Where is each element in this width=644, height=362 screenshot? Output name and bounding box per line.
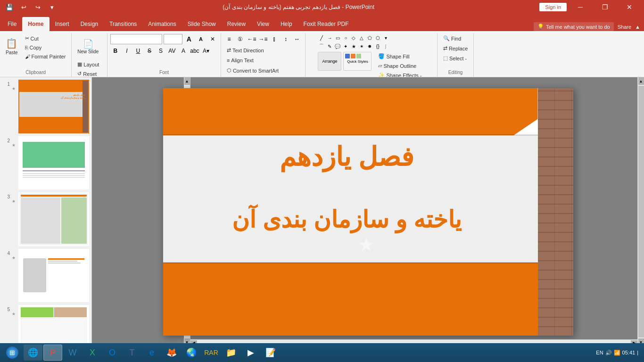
taskbar-media[interactable]: ▶ — [241, 345, 260, 361]
share-button[interactable]: Share — [618, 24, 631, 30]
taskbar-excel[interactable]: X — [83, 345, 102, 361]
text-highlight-button[interactable]: abc — [190, 46, 200, 56]
bullets-button[interactable]: ≡ — [224, 34, 234, 44]
canvas-vscrollbar[interactable]: ▲ ▼ — [637, 77, 644, 346]
taskbar-word[interactable]: W — [63, 345, 82, 361]
tray-volume-icon[interactable]: 🔊 — [605, 350, 612, 356]
shape-effects-button[interactable]: ✨ Shape Effects - — [375, 71, 424, 77]
shape-bracket[interactable]: {} — [374, 42, 381, 50]
font-name-input[interactable] — [110, 34, 162, 44]
tab-design[interactable]: Design — [75, 17, 104, 31]
font-color-button[interactable]: A — [178, 46, 189, 56]
shape-rect[interactable]: ▭ — [334, 34, 341, 41]
underline-button[interactable]: U — [133, 46, 143, 56]
quick-styles-button[interactable]: Quick Styles — [343, 52, 372, 71]
taskbar-outlook[interactable]: O — [103, 345, 122, 361]
tray-show-desktop[interactable]: | — [637, 350, 638, 355]
select-button[interactable]: ⬚ Select - — [440, 54, 470, 63]
char-spacing-button[interactable]: AV — [167, 46, 177, 56]
tab-slideshow[interactable]: Slide Show — [182, 17, 222, 31]
undo-qat-button[interactable]: ↩ — [18, 1, 29, 13]
slide-title-line1[interactable]: فصل یازدهم — [163, 140, 531, 174]
clear-formatting-button[interactable]: ✕ — [207, 34, 218, 44]
restore-button[interactable]: ❐ — [594, 0, 616, 14]
shape-star4[interactable]: ✦ — [342, 42, 349, 50]
shadow-button[interactable]: S — [156, 46, 166, 56]
numbering-button[interactable]: ① — [235, 34, 246, 44]
slide-thumb-3[interactable] — [18, 192, 89, 246]
taskbar-ppt[interactable]: P — [43, 345, 62, 361]
taskbar-winrar[interactable]: RAR — [202, 345, 221, 361]
decrease-indent-button[interactable]: ←≡ — [247, 34, 257, 44]
italic-button[interactable]: I — [122, 46, 132, 56]
strikethrough-button[interactable]: S — [144, 46, 155, 56]
align-text-button[interactable]: ≡ Align Text — [224, 56, 256, 65]
new-slide-button[interactable]: 📄 New Slide — [74, 34, 101, 58]
shape-star6[interactable]: ✶ — [358, 42, 365, 50]
taskbar-firefox[interactable]: 🦊 — [162, 345, 181, 361]
save-qat-button[interactable]: 💾 — [4, 1, 15, 13]
shape-star8[interactable]: ✸ — [366, 42, 373, 50]
shape-oval[interactable]: ○ — [342, 34, 349, 41]
shape-line[interactable]: ╱ — [318, 34, 325, 41]
arrange-button[interactable]: Arrange — [318, 52, 341, 71]
minimize-button[interactable]: ─ — [570, 0, 591, 14]
slides-scroll-up[interactable]: ▲ — [184, 77, 190, 85]
replace-button[interactable]: ⇄ Replace — [440, 44, 471, 53]
bold-button[interactable]: B — [110, 46, 121, 56]
copy-button[interactable]: ⎘ Copy — [22, 43, 69, 52]
shape-hex[interactable]: ⬡ — [374, 34, 381, 41]
line-spacing-button[interactable]: ↕ — [281, 34, 291, 44]
shape-brace[interactable]: ⎰ — [382, 42, 389, 50]
start-button[interactable]: ⊞ — [2, 345, 23, 361]
layout-button[interactable]: ▦ Layout — [74, 60, 104, 69]
ribbon-collapse-button[interactable]: ▲ — [635, 24, 640, 30]
slide-thumb-2[interactable] — [18, 136, 89, 190]
increase-indent-button[interactable]: →≡ — [258, 34, 268, 44]
decrease-font-button[interactable]: A — [196, 34, 206, 44]
redo-qat-button[interactable]: ↪ — [32, 1, 43, 13]
taskbar-notepad[interactable]: 📝 — [261, 345, 280, 361]
slide-title-line2[interactable]: یاخته و سازمان بندی آن — [163, 206, 531, 233]
shape-outline-button[interactable]: ▱ Shape Outline — [375, 61, 424, 70]
shape-fill-button[interactable]: 🪣 Shape Fill — [375, 52, 424, 61]
shape-arrow[interactable]: → — [326, 34, 333, 41]
find-button[interactable]: 🔍 Find — [440, 34, 464, 43]
reset-button[interactable]: ↺ Reset — [74, 69, 104, 77]
shape-star5[interactable]: ★ — [350, 42, 357, 50]
taskbar-files[interactable]: 📁 — [222, 345, 240, 361]
sign-in-button[interactable]: Sign in — [539, 3, 567, 11]
text-direction-button[interactable]: ⇄ Text Direction — [224, 46, 267, 55]
canvas-scroll-up[interactable]: ▲ — [638, 77, 644, 85]
shape-more[interactable]: ▾ — [382, 34, 389, 41]
tab-insert[interactable]: Insert — [50, 17, 75, 31]
taskbar-teams[interactable]: T — [123, 345, 141, 361]
slide-thumb-1[interactable]: فصل یازدهمیاخته و سازمان بندی آن — [18, 80, 89, 133]
shape-callout[interactable]: 💬 — [334, 42, 341, 50]
slide-thumb-5[interactable] — [18, 305, 89, 346]
taskbar-edge[interactable]: e — [142, 345, 161, 361]
font-color2-button[interactable]: A▾ — [201, 46, 211, 56]
columns-button[interactable]: ⫿ — [269, 34, 280, 44]
close-button[interactable]: ✕ — [619, 0, 640, 14]
cut-button[interactable]: ✂ Cut — [22, 34, 69, 43]
tab-view[interactable]: View — [251, 17, 275, 31]
tab-home[interactable]: Home — [22, 17, 49, 31]
tab-transitions[interactable]: Transitions — [104, 17, 142, 31]
tab-animations[interactable]: Animations — [142, 17, 182, 31]
shape-triangle[interactable]: △ — [358, 34, 365, 41]
taskbar-chrome[interactable]: 🌏 — [182, 345, 201, 361]
shape-curve[interactable]: ⌒ — [318, 42, 325, 50]
customize-qat-button[interactable]: ▾ — [46, 1, 58, 13]
tab-foxit[interactable]: Foxit Reader PDF — [298, 17, 355, 31]
shape-freeform[interactable]: ✎ — [326, 42, 333, 50]
tray-network-icon[interactable]: 📶 — [614, 350, 620, 356]
paste-button[interactable]: 📋 Paste — [3, 34, 21, 58]
slide-thumb-4[interactable] — [18, 249, 89, 303]
tab-help[interactable]: Help — [275, 17, 298, 31]
tell-me-search[interactable]: 💡 Tell me what you want to do — [534, 22, 614, 31]
tab-review[interactable]: Review — [222, 17, 251, 31]
direction-button[interactable]: ↔ — [292, 34, 302, 44]
tab-file[interactable]: File — [2, 17, 22, 31]
taskbar-ie[interactable]: 🌐 — [24, 345, 42, 361]
